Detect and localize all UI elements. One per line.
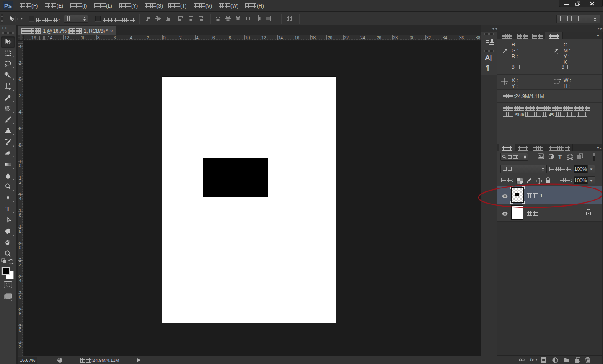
svg-text:T: T — [6, 205, 10, 212]
